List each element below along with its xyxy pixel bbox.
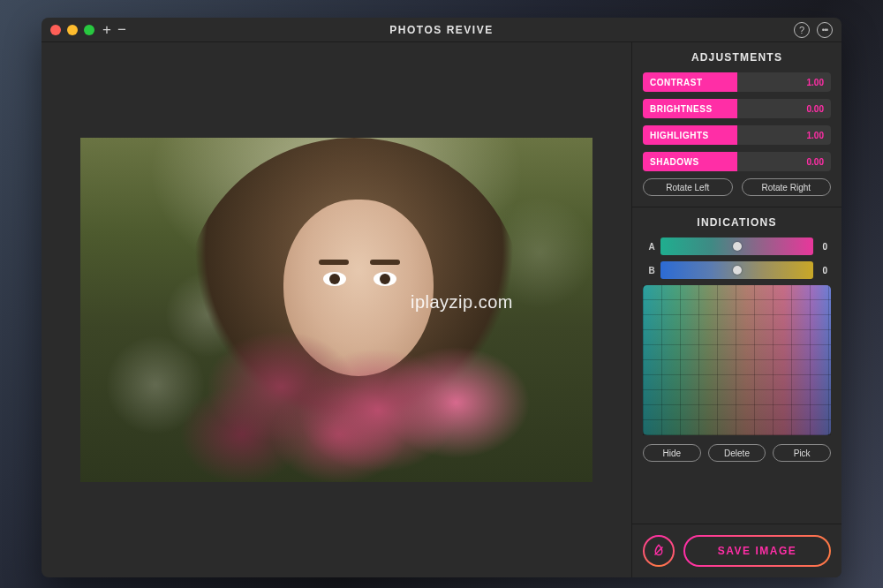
brightness-slider[interactable]: BRIGHTNESS 0.00 xyxy=(643,99,831,118)
adjustments-section: ADJUSTMENTS CONTRAST 1.00 BRIGHTNESS 0.0… xyxy=(632,42,841,207)
indication-b-slider[interactable]: B 0 xyxy=(643,261,831,279)
delete-button[interactable]: Delete xyxy=(708,444,766,462)
save-image-button[interactable]: SAVE IMAGE xyxy=(683,535,831,567)
contrast-label: CONTRAST xyxy=(643,78,703,87)
highlights-slider[interactable]: HIGHLIGHTS 1.00 xyxy=(643,125,831,145)
sidebar: ADJUSTMENTS CONTRAST 1.00 BRIGHTNESS 0.0… xyxy=(631,42,841,577)
save-section: SAVE IMAGE xyxy=(632,524,841,577)
highlights-value: 1.00 xyxy=(807,131,824,140)
app-window: + − PHOTOS REVIVE ? ••• iplayzip.com ADJ… xyxy=(42,18,841,577)
rotate-right-button[interactable]: Rotate Right xyxy=(742,178,832,196)
highlights-label: HIGHLIGHTS xyxy=(643,131,709,140)
contrast-value: 1.00 xyxy=(807,78,824,87)
eyedropper-button[interactable] xyxy=(643,535,675,567)
indication-b-knob[interactable] xyxy=(733,266,742,275)
photo-preview[interactable]: iplayzip.com xyxy=(80,138,592,482)
minimize-window-button[interactable] xyxy=(67,25,78,35)
indication-a-slider[interactable]: A 0 xyxy=(643,237,831,255)
window-title: PHOTOS REVIVE xyxy=(42,24,841,36)
watermark-text: iplayzip.com xyxy=(411,292,513,313)
pick-button[interactable]: Pick xyxy=(773,444,831,462)
indications-title: INDICATIONS xyxy=(643,216,831,229)
close-window-button[interactable] xyxy=(50,25,61,35)
indication-b-value: 0 xyxy=(813,266,831,275)
more-button[interactable]: ••• xyxy=(817,22,833,38)
contrast-slider[interactable]: CONTRAST 1.00 xyxy=(643,72,831,92)
rotate-left-button[interactable]: Rotate Left xyxy=(643,178,733,196)
brightness-label: BRIGHTNESS xyxy=(643,104,713,114)
window-controls xyxy=(50,25,94,35)
add-button[interactable]: + xyxy=(102,21,111,39)
indication-a-label: A xyxy=(643,242,660,252)
indications-section: INDICATIONS A 0 B 0 Hide Delete Pick xyxy=(632,207,841,524)
save-image-label: SAVE IMAGE xyxy=(685,537,829,565)
help-button[interactable]: ? xyxy=(794,22,810,38)
adjustments-title: ADJUSTMENTS xyxy=(643,51,831,64)
eyedropper-icon xyxy=(651,543,667,559)
indication-a-value: 0 xyxy=(813,242,831,252)
shadows-label: SHADOWS xyxy=(643,157,699,167)
photo-content xyxy=(164,323,553,482)
hide-button[interactable]: Hide xyxy=(643,444,701,462)
remove-button[interactable]: − xyxy=(117,21,126,39)
zoom-window-button[interactable] xyxy=(84,25,94,35)
indication-b-label: B xyxy=(643,266,660,275)
color-palette[interactable] xyxy=(643,285,831,435)
canvas-area: iplayzip.com xyxy=(42,42,631,577)
brightness-value: 0.00 xyxy=(807,104,824,114)
shadows-value: 0.00 xyxy=(807,157,824,167)
shadows-slider[interactable]: SHADOWS 0.00 xyxy=(643,152,831,171)
indication-a-knob[interactable] xyxy=(733,242,742,251)
titlebar: + − PHOTOS REVIVE ? ••• xyxy=(42,18,841,42)
